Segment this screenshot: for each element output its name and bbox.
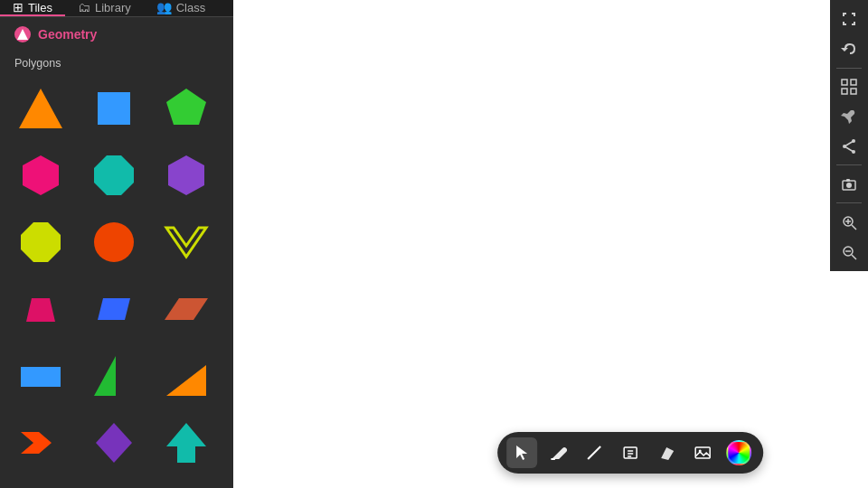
svg-line-40 <box>588 446 600 459</box>
svg-marker-14 <box>94 356 116 396</box>
shape-rect-blue[interactable] <box>9 344 72 408</box>
svg-marker-1 <box>19 89 62 128</box>
tab-bar: ⊞ Tiles 🗂 Library 👥 Class <box>0 0 233 17</box>
shape-triangle-orange[interactable] <box>9 77 72 140</box>
shape-arrow-teal[interactable] <box>155 411 218 474</box>
library-icon: 🗂 <box>78 0 90 14</box>
tab-library-label: Library <box>95 1 131 14</box>
svg-marker-4 <box>23 155 59 195</box>
shape-parallelogram-dark[interactable] <box>155 277 218 341</box>
bottom-toolbar <box>497 432 763 474</box>
svg-marker-7 <box>21 222 61 262</box>
shape-hexagon-purple[interactable] <box>155 144 218 207</box>
pen-tool-button[interactable] <box>542 437 573 468</box>
shape-square-blue[interactable] <box>82 77 146 140</box>
svg-line-27 <box>844 146 854 152</box>
svg-marker-10 <box>26 298 55 322</box>
svg-line-32 <box>852 225 856 230</box>
category-list: Tangram Polyminoes <box>0 478 233 488</box>
shape-chevron-outline[interactable] <box>155 211 218 274</box>
svg-rect-19 <box>842 80 847 85</box>
line-tool-button[interactable] <box>579 437 609 468</box>
zoom-out-button[interactable] <box>833 238 865 266</box>
svg-marker-6 <box>168 155 204 195</box>
section-title: Geometry <box>38 27 97 42</box>
svg-marker-3 <box>166 89 206 125</box>
svg-rect-22 <box>851 89 856 94</box>
svg-marker-9 <box>166 228 206 257</box>
shape-chevron-orange[interactable] <box>9 411 72 474</box>
shape-circle-orange[interactable] <box>82 211 146 274</box>
category-polygons-label: Polygons <box>0 52 233 73</box>
shape-hexagon-pink[interactable] <box>9 144 72 207</box>
select-tool-button[interactable] <box>506 437 537 468</box>
svg-marker-18 <box>166 423 206 463</box>
color-circle <box>726 440 751 465</box>
share-button[interactable] <box>833 133 865 161</box>
sidebar: ⊞ Tiles 🗂 Library 👥 Class Geometry Polyg… <box>0 0 233 488</box>
svg-rect-13 <box>21 367 61 387</box>
undo-button[interactable] <box>833 35 865 63</box>
svg-marker-12 <box>165 298 208 320</box>
svg-point-8 <box>94 222 134 262</box>
shape-octagon-yellow[interactable] <box>9 211 72 274</box>
shape-triangle-orange2[interactable] <box>155 344 218 408</box>
section-header: Geometry <box>0 17 233 52</box>
screenshot-button[interactable] <box>833 170 865 198</box>
svg-marker-17 <box>96 423 132 463</box>
zoom-in-button[interactable] <box>833 208 865 236</box>
geometry-icon <box>14 26 31 42</box>
svg-marker-15 <box>166 365 206 396</box>
svg-line-36 <box>852 255 856 259</box>
eraser-tool-button[interactable] <box>651 437 682 468</box>
text-tool-button[interactable] <box>615 437 646 468</box>
svg-rect-45 <box>695 447 710 458</box>
svg-point-29 <box>846 183 852 188</box>
tab-class-label: Class <box>176 1 206 14</box>
svg-rect-21 <box>842 89 847 94</box>
shape-diamond-purple[interactable] <box>82 411 146 474</box>
svg-rect-39 <box>551 458 555 460</box>
svg-rect-20 <box>851 80 856 85</box>
fullscreen-button[interactable] <box>833 5 865 33</box>
shape-octagon-teal[interactable] <box>82 144 146 207</box>
svg-rect-30 <box>846 179 850 182</box>
shape-parallelogram-blue[interactable] <box>82 277 146 341</box>
canvas-area[interactable] <box>233 0 868 488</box>
svg-marker-5 <box>94 155 134 195</box>
shape-triangle-green[interactable] <box>82 344 146 408</box>
shape-pentagon-green[interactable] <box>155 77 218 140</box>
grid-button[interactable] <box>833 73 865 101</box>
shape-trapezoid-pink[interactable] <box>9 277 72 341</box>
svg-marker-16 <box>21 432 52 454</box>
tab-library[interactable]: 🗂 Library <box>65 0 144 16</box>
category-tangram[interactable]: Tangram <box>0 483 233 488</box>
class-icon: 👥 <box>156 0 172 14</box>
svg-rect-2 <box>98 92 130 125</box>
shapes-grid <box>0 73 233 478</box>
tab-tiles[interactable]: ⊞ Tiles <box>0 0 65 16</box>
svg-marker-0 <box>17 29 28 40</box>
tab-tiles-label: Tiles <box>28 1 52 14</box>
tiles-icon: ⊞ <box>13 0 24 14</box>
right-toolbar <box>830 0 868 271</box>
tab-class[interactable]: 👥 Class <box>144 0 219 16</box>
image-tool-button[interactable] <box>687 437 718 468</box>
svg-marker-38 <box>516 446 527 460</box>
svg-marker-11 <box>98 298 130 320</box>
color-picker-button[interactable] <box>723 437 754 468</box>
svg-line-26 <box>844 141 854 146</box>
tools-button[interactable] <box>833 103 865 131</box>
